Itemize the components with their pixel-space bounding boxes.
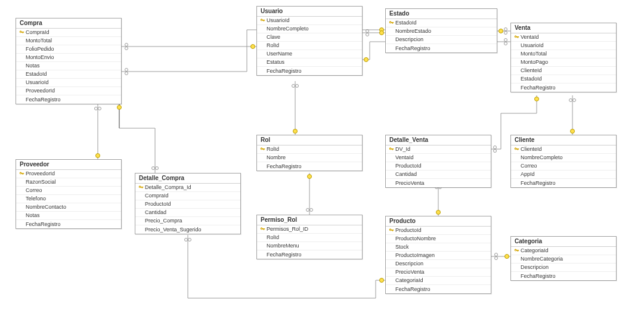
column-row[interactable]: Nombre (257, 154, 362, 162)
column-row[interactable]: MontoEnvio (16, 54, 121, 62)
entity-title[interactable]: Usuario (257, 7, 362, 17)
column-row[interactable]: FechaRegistro (257, 250, 362, 259)
column-row[interactable]: MontoTotal (511, 50, 616, 58)
column-row[interactable]: MontoPago (511, 58, 616, 67)
column-row[interactable]: Cantidad (386, 171, 491, 179)
column-row[interactable]: FechaRegistro (257, 67, 362, 75)
column-row[interactable]: Permisos_Rol_ID (257, 225, 362, 234)
entity-title[interactable]: Producto (386, 216, 491, 227)
column-row[interactable]: Precio_Venta_Sugerido (135, 225, 240, 234)
column-row[interactable]: DV_Id (386, 145, 491, 154)
entity-title[interactable]: Detalle_Venta (386, 135, 491, 145)
entity-detalle_venta[interactable]: Detalle_VentaDV_IdVentaIdProductoIdCanti… (385, 135, 491, 188)
erd-canvas[interactable]: CompraCompraIdMontoTotalFolioPedidoMonto… (0, 0, 644, 319)
column-row[interactable]: CompraId (16, 29, 121, 37)
column-row[interactable]: Descripcion (386, 260, 491, 268)
entity-title[interactable]: Compra (16, 18, 121, 29)
entity-title[interactable]: Estado (386, 9, 497, 19)
entity-proveedor[interactable]: ProveedorProveedorIdRazonSocialCorreoTel… (16, 159, 122, 229)
entity-detalle_compra[interactable]: Detalle_CompraDetalle_Compra_IdCompraIdP… (135, 173, 241, 234)
entity-venta[interactable]: VentaVentaIdUsuarioIdMontoTotalMontoPago… (510, 23, 617, 92)
column-list: EstadoIdNombreEstadoDescripcionFechaRegi… (386, 19, 497, 52)
svg-point-9 (504, 39, 507, 42)
column-row[interactable]: FechaRegistro (386, 44, 497, 52)
column-row[interactable]: UsuarioId (511, 42, 616, 50)
column-row[interactable]: Precio_Compra (135, 217, 240, 225)
column-row[interactable]: FolioPedido (16, 45, 121, 54)
svg-point-37 (156, 167, 159, 170)
column-row[interactable]: ProductoId (386, 162, 491, 171)
entity-title[interactable]: Venta (511, 23, 616, 33)
column-row[interactable]: NombreCategoria (511, 255, 616, 264)
column-row[interactable]: ProveedorId (16, 87, 121, 95)
column-row[interactable]: Notas (16, 62, 121, 70)
column-row[interactable]: EstadoId (511, 75, 616, 83)
column-row[interactable]: CategoriaId (386, 277, 491, 285)
column-row[interactable]: FechaRegistro (511, 83, 616, 92)
column-row[interactable]: NombreContacto (16, 203, 121, 212)
column-row[interactable]: Notas (16, 212, 121, 220)
column-row[interactable]: NombreMenu (257, 242, 362, 250)
column-row[interactable]: RolId (257, 42, 362, 50)
entity-producto[interactable]: ProductoProductoIdProductoNombreStockPro… (385, 216, 491, 294)
column-row[interactable]: VentaId (386, 154, 491, 162)
column-row[interactable]: ClienteId (511, 145, 616, 154)
column-row[interactable]: Stock (386, 243, 491, 252)
column-row[interactable]: MontoTotal (16, 37, 121, 45)
column-row[interactable]: Cantidad (135, 209, 240, 217)
column-row[interactable]: UserName (257, 50, 362, 58)
entity-title[interactable]: Categoria (511, 237, 616, 247)
column-row[interactable]: ProductoImagen (386, 252, 491, 260)
entity-title[interactable]: Permiso_Rol (257, 215, 362, 225)
column-row[interactable]: UsuarioId (16, 79, 121, 87)
column-row[interactable]: FechaRegistro (386, 285, 491, 293)
column-row[interactable]: VentaId (511, 33, 616, 42)
column-row[interactable]: NombreCompleto (257, 25, 362, 33)
column-row[interactable]: UsuarioId (257, 17, 362, 25)
column-row[interactable]: Correo (511, 162, 616, 171)
column-name: UsuarioId (265, 17, 290, 24)
entity-title[interactable]: Cliente (511, 135, 616, 145)
column-row[interactable]: RolId (257, 234, 362, 242)
column-row[interactable]: Telefono (16, 195, 121, 203)
column-row[interactable]: FechaRegistro (16, 95, 121, 104)
entity-usuario[interactable]: UsuarioUsuarioIdNombreCompletoClaveRolId… (256, 6, 363, 76)
column-row[interactable]: PrecioVenta (386, 179, 491, 187)
column-row[interactable]: RazonSocial (16, 178, 121, 187)
column-row[interactable]: Detalle_Compra_Id (135, 184, 240, 192)
entity-cliente[interactable]: ClienteClienteIdNombreCompletoCorreoAppI… (510, 135, 617, 188)
entity-permiso_rol[interactable]: Permiso_RolPermisos_Rol_IDRolIdNombreMen… (256, 215, 363, 259)
column-row[interactable]: NombreCompleto (511, 154, 616, 162)
column-row[interactable]: Estatus (257, 58, 362, 67)
entity-categoria[interactable]: CategoriaCategoriaIdNombreCategoriaDescr… (510, 236, 617, 281)
column-row[interactable]: ProductoNombre (386, 235, 491, 243)
column-row[interactable]: ProductoId (386, 227, 491, 235)
column-row[interactable]: PrecioVenta (386, 268, 491, 277)
column-row[interactable]: Clave (257, 33, 362, 42)
column-row[interactable]: Descripcion (511, 264, 616, 272)
column-row[interactable]: EstadoId (16, 70, 121, 79)
column-row[interactable]: ProveedorId (16, 170, 121, 178)
column-row[interactable]: AppId (511, 171, 616, 179)
column-row[interactable]: CompraId (135, 192, 240, 200)
column-row[interactable]: Correo (16, 187, 121, 195)
column-row[interactable]: FechaRegistro (511, 179, 616, 187)
entity-title[interactable]: Detalle_Compra (135, 174, 240, 184)
column-row[interactable]: NombreEstado (386, 27, 497, 36)
column-row[interactable]: FechaRegistro (16, 220, 121, 228)
entity-estado[interactable]: EstadoEstadoIdNombreEstadoDescripcionFec… (385, 8, 497, 53)
entity-title[interactable]: Proveedor (16, 160, 121, 170)
entity-rol[interactable]: RolRolIdNombreFechaRegistro (256, 135, 363, 171)
column-row[interactable]: EstadoId (386, 19, 497, 27)
column-row[interactable]: CategoriaId (511, 247, 616, 255)
column-row[interactable]: ProductoId (135, 200, 240, 209)
column-row[interactable]: FechaRegistro (511, 272, 616, 280)
column-row[interactable]: RolId (257, 145, 362, 154)
entity-title[interactable]: Rol (257, 135, 362, 145)
column-name: UserName (265, 50, 292, 58)
column-row[interactable]: FechaRegistro (257, 162, 362, 171)
svg-point-1 (125, 47, 128, 50)
column-row[interactable]: Descripcion (386, 36, 497, 44)
column-row[interactable]: ClienteId (511, 67, 616, 75)
entity-compra[interactable]: CompraCompraIdMontoTotalFolioPedidoMonto… (16, 18, 122, 104)
